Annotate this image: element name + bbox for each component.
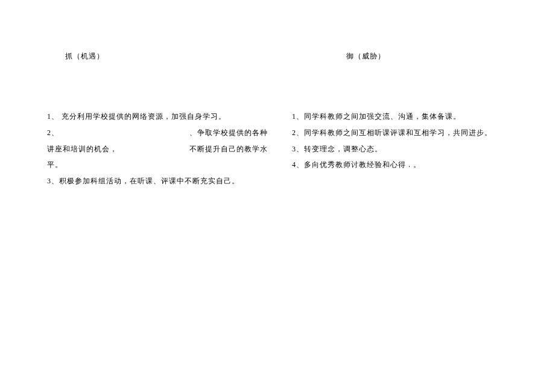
right-item-3: 3、转变理念，调整心态。 xyxy=(292,142,513,156)
left-item-2-line2a: 讲座和培训的机会， xyxy=(47,142,118,156)
right-item-4: 4、多向优秀教师讨教经验和心得 . 。 xyxy=(292,158,513,172)
right-column: 御（威胁） 1、同学科教师之间加强交流、沟通，集体备课。 2、同学科教师之间互相… xyxy=(280,51,513,191)
left-item-2: 2、 、争取学校提供的各种 xyxy=(47,126,268,140)
left-item-1: 1、 充分利用学校提供的网络资源，加强自身学习。 xyxy=(47,110,268,124)
left-item-2-line3: 平。 xyxy=(47,158,268,172)
left-item-2-line2b: 不断提升自己的教学水 xyxy=(189,142,268,156)
left-item-2-line2: 讲座和培训的机会， 不断提升自己的教学水 xyxy=(47,142,268,156)
left-item-2-right: 、争取学校提供的各种 xyxy=(189,126,268,140)
left-column: 抓（机遇） 1、 充分利用学校提供的网络资源，加强自身学习。 2、 、争取学校提… xyxy=(47,51,280,191)
document-page: 抓（机遇） 1、 充分利用学校提供的网络资源，加强自身学习。 2、 、争取学校提… xyxy=(0,0,555,191)
left-heading: 抓（机遇） xyxy=(47,51,268,62)
right-heading: 御（威胁） xyxy=(292,51,513,62)
right-item-2: 2、同学科教师之间互相听课评课和互相学习，共同进步。 xyxy=(292,126,513,140)
left-item-2-prefix: 2、 xyxy=(47,128,59,137)
right-item-1: 1、同学科教师之间加强交流、沟通，集体备课。 xyxy=(292,110,513,124)
left-item-3: 3、积极参加科组活动，在听课、评课中不断充实自己。 xyxy=(47,174,268,188)
